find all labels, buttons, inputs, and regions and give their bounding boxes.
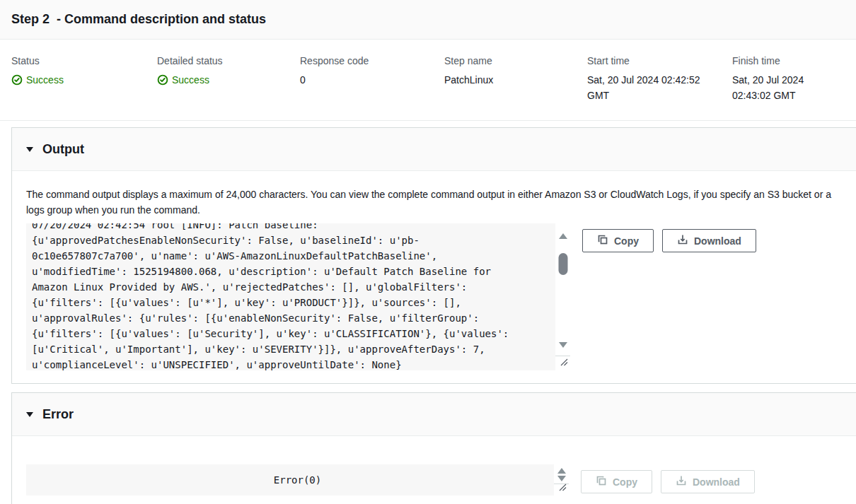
response-code-label: Response code (300, 55, 444, 66)
download-icon (677, 234, 688, 247)
step-header-bar: Step 2 - Command description and status (0, 0, 856, 40)
download-button-label: Download (693, 476, 740, 488)
copy-button-label: Copy (613, 476, 637, 488)
output-textarea[interactable]: 07/20/2024 02:42:54 root [INFO]: Patch b… (26, 223, 570, 370)
output-scrollbar[interactable] (555, 223, 570, 370)
output-section-body: The command output displays a maximum of… (12, 171, 856, 383)
detailed-status-field: Detailed status Success (157, 55, 300, 103)
resize-handle-icon (559, 482, 567, 493)
status-text: Success (26, 72, 64, 88)
start-time-label: Start time (587, 55, 732, 66)
resize-handle-icon (560, 357, 568, 368)
error-section-toggle[interactable]: Error (12, 393, 856, 436)
start-time-field: Start time Sat, 20 Jul 2024 02:42:52 GMT (587, 55, 732, 103)
finish-time-value: Sat, 20 Jul 2024 02:43:02 GMT (732, 72, 845, 103)
response-code-field: Response code 0 (300, 55, 444, 103)
status-value: Success (11, 72, 157, 88)
start-time-value: Sat, 20 Jul 2024 02:42:52 GMT (587, 72, 732, 103)
scroll-down-icon[interactable] (557, 476, 566, 481)
error-download-button[interactable]: Download (661, 470, 755, 493)
success-check-icon (157, 74, 168, 86)
error-scrollbar[interactable] (554, 464, 569, 496)
status-label: Status (11, 55, 157, 66)
output-section-title: Output (42, 142, 84, 157)
finish-time-label: Finish time (732, 55, 845, 66)
page-title: Step 2 - Command description and status (11, 12, 266, 27)
output-description: The command output displays a maximum of… (26, 187, 842, 218)
status-field: Status Success (11, 55, 157, 103)
success-check-icon (11, 74, 23, 86)
step-name-label: Step name (444, 55, 587, 66)
step-name-value: PatchLinux (444, 72, 587, 88)
copy-icon (596, 475, 607, 488)
scroll-down-icon[interactable] (559, 342, 567, 348)
command-status-summary: Status Success Detailed status Success R… (0, 40, 856, 121)
response-code-value: 0 (300, 72, 444, 88)
scroll-up-icon[interactable] (559, 233, 567, 239)
error-copy-button[interactable]: Copy (581, 470, 652, 493)
caret-down-icon (26, 412, 33, 417)
output-download-button[interactable]: Download (662, 229, 756, 252)
resize-corner[interactable] (555, 356, 570, 370)
error-section-body: Error(0) Copy (12, 436, 856, 504)
download-icon (676, 475, 687, 488)
detailed-status-label: Detailed status (157, 55, 300, 66)
copy-icon (597, 234, 608, 247)
caret-down-icon (26, 147, 33, 152)
step-name-field: Step name PatchLinux (444, 55, 587, 103)
error-textarea[interactable]: Error(0) (26, 464, 569, 496)
detailed-status-value: Success (157, 72, 300, 88)
finish-time-field: Finish time Sat, 20 Jul 2024 02:43:02 GM… (732, 55, 845, 103)
output-section-toggle[interactable]: Output (12, 128, 856, 171)
detailed-status-text: Success (172, 72, 209, 88)
scroll-up-icon[interactable] (557, 468, 566, 474)
scrollbar-thumb[interactable] (558, 253, 567, 275)
error-section-title: Error (42, 407, 74, 422)
error-panel: Error Error(0) (11, 392, 856, 504)
output-copy-button[interactable]: Copy (582, 229, 654, 252)
resize-corner[interactable] (554, 484, 569, 496)
error-text: Error(0) (26, 464, 569, 496)
output-text: 07/20/2024 02:42:54 root [INFO]: Patch b… (26, 223, 570, 370)
download-button-label: Download (694, 235, 741, 247)
output-panel: Output The command output displays a max… (11, 127, 856, 384)
copy-button-label: Copy (614, 235, 639, 247)
